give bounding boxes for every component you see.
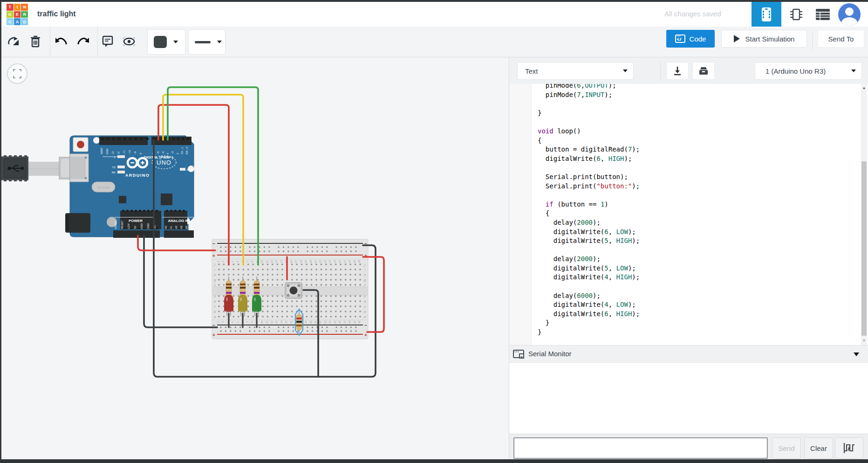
code-line[interactable]: 27 digitalWrite(5, HIGH); (509, 236, 868, 246)
wire-style-dropdown[interactable] (188, 29, 226, 55)
arduino-label: ARDUINO (125, 173, 150, 178)
code-line[interactable]: 16{ (509, 136, 868, 145)
code-line[interactable]: 30 digitalWrite(5, LOW); (509, 264, 868, 273)
pushbutton[interactable] (285, 283, 302, 298)
code-line[interactable]: 22 (509, 191, 868, 200)
table-icon (815, 8, 830, 21)
code-editor[interactable]: 10 pinMode(6,OUTPUT);11 pinMode(7,INPUT)… (509, 84, 868, 345)
libraries-button[interactable] (692, 62, 715, 80)
code-line[interactable]: 26 digitalWrite(6, LOW); (509, 228, 868, 237)
code-line[interactable]: 34 digitalWrite(4, LOW); (509, 300, 868, 310)
svg-text:−: − (212, 241, 215, 246)
code-line[interactable]: 23 if (button == 1) (509, 200, 868, 209)
code-line[interactable]: 35 digitalWrite(6, HIGH); (509, 310, 868, 319)
analog-label: ANALOG IN (168, 219, 189, 223)
graph-toggle-button[interactable] (835, 437, 863, 459)
serial-monitor-bar[interactable]: Serial Monitor (509, 345, 868, 363)
scroll-up-arrow[interactable]: ▲ (861, 86, 867, 90)
code-button[interactable]: Code (666, 30, 715, 48)
breadboard-view-button[interactable] (752, 2, 781, 27)
svg-text:13: 13 (275, 321, 278, 324)
code-line[interactable]: 36 } (509, 318, 868, 328)
serial-clear-button[interactable]: Clear (804, 437, 833, 459)
svg-text:1: 1 (217, 321, 219, 323)
power-header[interactable] (113, 230, 160, 238)
arduino-uno-board[interactable]: AREFGND1312~11~10~987~6~54~32TX→1RX←0 DI… (59, 136, 194, 238)
reset-button[interactable] (73, 138, 88, 152)
code-line[interactable]: 15void loop() (509, 127, 868, 136)
code-line[interactable]: 28 (509, 246, 868, 255)
board-select-dropdown[interactable]: 1 (Arduino Uno R3) (755, 62, 862, 80)
code-line[interactable]: 17 button = digitalRead(7); (509, 145, 868, 154)
code-line[interactable]: 11 pinMode(7,INPUT); (509, 90, 868, 100)
redo-button[interactable] (76, 34, 91, 49)
code-line[interactable]: 14 (509, 117, 868, 127)
code-line[interactable]: 24 { (509, 209, 868, 218)
wire-gnd-rail-black[interactable] (144, 235, 217, 327)
visibility-button[interactable] (122, 34, 137, 49)
code-line[interactable]: 20 Serial.print(button); (509, 173, 868, 182)
svg-text:23: 23 (324, 321, 327, 324)
svg-text:c: c (214, 304, 216, 309)
send-to-button[interactable]: Send To (818, 30, 864, 48)
code-line[interactable]: 25 delay(2000); (509, 218, 868, 228)
components-view-button[interactable] (786, 2, 806, 27)
code-line[interactable]: 31 digitalWrite(4, HIGH); (509, 273, 868, 282)
svg-text:A4: A4 (185, 226, 188, 229)
svg-text:16: 16 (290, 321, 293, 324)
code-line[interactable]: 32 (509, 282, 868, 291)
svg-text:5: 5 (236, 321, 239, 323)
redo-icon (77, 36, 90, 47)
code-line[interactable]: 18 digitalWrite(6, HIGH); (509, 154, 868, 164)
undo-button[interactable] (54, 34, 68, 49)
code-mode-dropdown[interactable]: Text (517, 62, 634, 80)
undo-icon (55, 36, 68, 47)
fit-view-button[interactable] (7, 64, 27, 83)
delete-button[interactable] (28, 34, 43, 49)
chevron-down-icon[interactable] (853, 352, 860, 357)
code-line[interactable]: 19 (509, 163, 868, 173)
project-title[interactable]: traffic light (37, 10, 76, 18)
archive-icon (698, 66, 709, 76)
tinkercad-logo[interactable]: T I N K E R C A D (7, 4, 28, 25)
logo-letter: I (14, 4, 21, 11)
scrollbar-thumb[interactable] (861, 161, 867, 336)
svg-text:13: 13 (111, 152, 114, 154)
serial-monitor-icon (513, 350, 525, 359)
svg-text:22: 22 (319, 260, 321, 263)
rotate-icon (7, 36, 20, 47)
code-line[interactable]: 37} (509, 328, 868, 337)
svg-text:28: 28 (348, 321, 351, 324)
scroll-down-arrow[interactable]: ▼ (861, 339, 867, 343)
rotate-button[interactable] (6, 34, 21, 49)
code-line[interactable]: 12 (509, 99, 868, 109)
analog-header[interactable] (164, 230, 194, 238)
notes-button[interactable] (100, 34, 115, 49)
usb-plug[interactable] (1, 155, 59, 181)
svg-text:8: 8 (251, 261, 253, 262)
start-simulation-button[interactable]: Start Simulation (721, 30, 807, 48)
code-scrollbar[interactable]: ▲ ▼ (861, 84, 867, 345)
resistor-selected[interactable] (295, 309, 303, 335)
serial-input[interactable] (513, 437, 768, 459)
svg-text:14: 14 (280, 260, 283, 263)
svg-text:−: − (364, 323, 367, 328)
code-line[interactable]: 13} (509, 109, 868, 118)
digital-header-2[interactable] (151, 137, 191, 145)
serial-controls: Send Clear (509, 434, 868, 459)
code-line[interactable]: 33 delay(6000); (509, 291, 868, 301)
serial-monitor-output[interactable] (509, 363, 868, 434)
svg-text:c: c (364, 304, 366, 309)
list-view-button[interactable] (812, 2, 834, 27)
download-code-button[interactable] (666, 62, 689, 80)
code-line[interactable]: 21 Serial.print("button:"); (509, 182, 868, 191)
svg-text:8: 8 (251, 321, 253, 323)
code-line[interactable]: 10 pinMode(6,OUTPUT); (509, 84, 868, 90)
user-avatar[interactable] (838, 3, 861, 26)
svg-text:14: 14 (280, 320, 283, 324)
circuit-canvas[interactable]: AREFGND1312~11~10~987~6~54~32TX→1RX←0 DI… (1, 57, 509, 459)
color-dropdown[interactable] (147, 29, 185, 55)
svg-text:RX←0: RX←0 (185, 147, 188, 154)
serial-send-button[interactable]: Send (772, 437, 801, 459)
code-line[interactable]: 29 delay(2000); (509, 255, 868, 264)
